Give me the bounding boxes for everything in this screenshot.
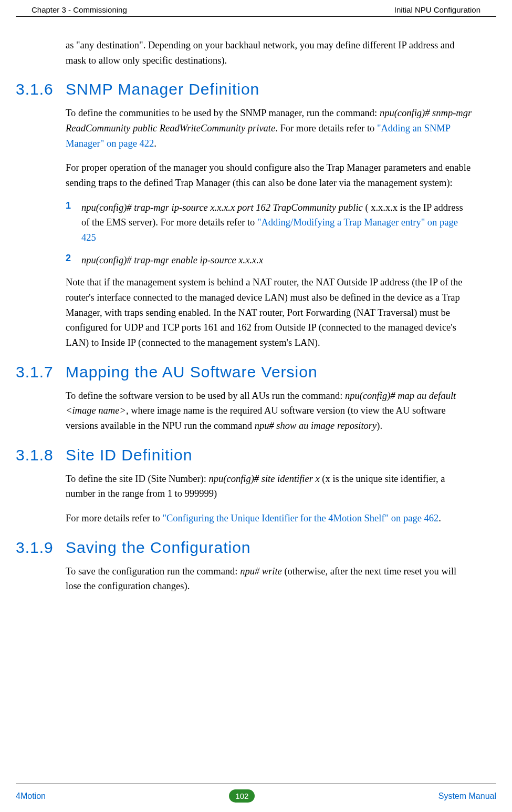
s318-p1: To define the site ID (Site Number): npu… xyxy=(66,471,473,501)
section-number: 3.1.8 xyxy=(16,446,66,464)
section-3-1-9-heading: 3.1.9 Saving the Configuration xyxy=(16,539,473,557)
s316-p3: Note that if the management system is be… xyxy=(66,275,473,350)
text: For more details refer to xyxy=(66,513,162,523)
section-3-1-8-heading: 3.1.8 Site ID Definition xyxy=(16,446,473,464)
command-text: npu(config)# trap-mgr enable ip-source x… xyxy=(81,253,263,268)
text: To define the site ID (Site Number): xyxy=(66,474,209,484)
list-number: 2 xyxy=(66,253,81,268)
page-content: as "any destination". Depending on your … xyxy=(0,17,512,594)
section-title: Saving the Configuration xyxy=(66,539,251,557)
section-number: 3.1.7 xyxy=(16,363,66,381)
cross-ref-link[interactable]: "Configuring the Unique Identifier for t… xyxy=(162,513,438,523)
page-number-badge: 102 xyxy=(229,789,255,803)
s318-p2: For more details refer to "Configuring t… xyxy=(66,511,473,526)
text: To define the software version to be use… xyxy=(66,390,345,401)
text: ). xyxy=(377,420,382,431)
s316-p2: For proper operation of the manager you … xyxy=(66,160,473,190)
text: To save the configuration run the comman… xyxy=(66,566,240,577)
intro-paragraph: as "any destination". Depending on your … xyxy=(66,38,473,68)
header-right: Initial NPU Configuration xyxy=(394,5,480,14)
section-title: SNMP Manager Definition xyxy=(66,80,259,98)
section-title: Site ID Definition xyxy=(66,446,192,464)
text: . xyxy=(154,138,156,149)
header-left: Chapter 3 - Commissioning xyxy=(32,5,127,14)
command-text: npu# write xyxy=(240,566,282,577)
text: . xyxy=(438,513,441,523)
command-text: npu(config)# trap-mgr ip-source x.x.x.x … xyxy=(81,202,363,213)
text: . For more details refer to xyxy=(275,123,377,133)
footer-right: System Manual xyxy=(438,792,496,801)
footer-left: 4Motion xyxy=(16,792,46,801)
list-item-2: 2 npu(config)# trap-mgr enable ip-source… xyxy=(66,253,473,268)
command-text: npu# show au image repository xyxy=(255,420,377,431)
list-number: 1 xyxy=(66,200,81,245)
s317-p1: To define the software version to be use… xyxy=(66,388,473,434)
section-number: 3.1.6 xyxy=(16,80,66,98)
section-3-1-6-heading: 3.1.6 SNMP Manager Definition xyxy=(16,80,473,98)
s316-p1: To define the communities to be used by … xyxy=(66,106,473,151)
page-footer: 4Motion 102 System Manual xyxy=(16,784,496,803)
section-number: 3.1.9 xyxy=(16,539,66,557)
list-body: npu(config)# trap-mgr ip-source x.x.x.x … xyxy=(81,200,473,245)
text: To define the communities to be used by … xyxy=(66,108,380,118)
page-header: Chapter 3 - Commissioning Initial NPU Co… xyxy=(16,0,496,17)
section-title: Mapping the AU Software Version xyxy=(66,363,318,381)
section-3-1-7-heading: 3.1.7 Mapping the AU Software Version xyxy=(16,363,473,381)
list-item-1: 1 npu(config)# trap-mgr ip-source x.x.x.… xyxy=(66,200,473,245)
command-text: npu(config)# site identifier x xyxy=(209,474,320,484)
s319-p1: To save the configuration run the comman… xyxy=(66,564,473,594)
